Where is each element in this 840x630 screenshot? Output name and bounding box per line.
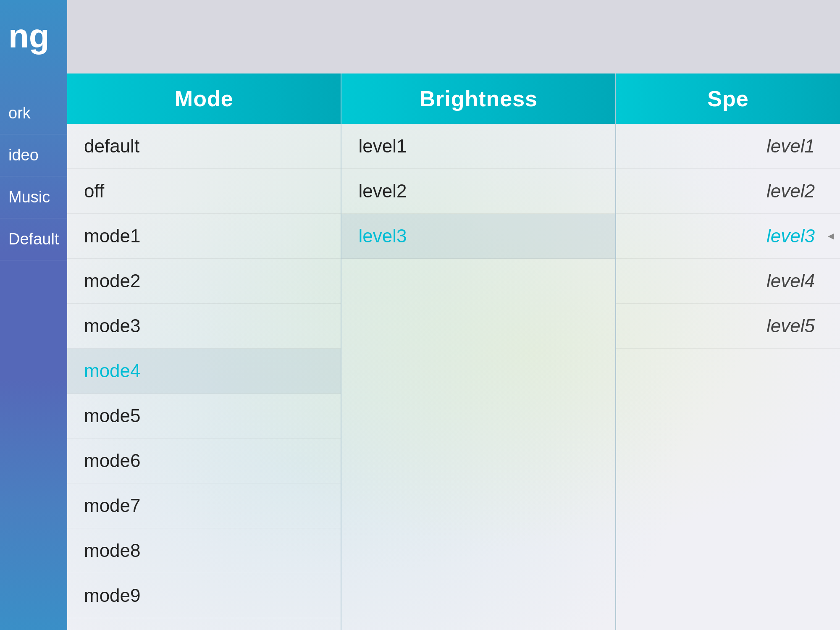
list-item[interactable]: level2 (341, 169, 615, 214)
partial-title: ng (8, 17, 50, 55)
column-speed: Spe level1 level2 level3 level4 level5 (616, 74, 840, 630)
list-item[interactable]: mode9 (67, 573, 341, 618)
speed-items: level1 level2 level3 level4 level5 (616, 124, 840, 630)
sidebar-item-video[interactable]: ideo (0, 134, 67, 176)
sidebar-items: ork ideo Music Default (0, 92, 67, 260)
main-content: Mode default off mode1 mode2 mode3 mode4… (67, 74, 840, 630)
list-item[interactable]: level3 (616, 214, 840, 259)
list-item[interactable]: mode5 (67, 394, 341, 438)
speed-header: Spe (616, 74, 840, 124)
list-item[interactable]: level5 (616, 304, 840, 349)
list-item[interactable]: level1 (616, 124, 840, 169)
column-mode: Mode default off mode1 mode2 mode3 mode4… (67, 74, 341, 630)
list-item[interactable]: mode3 (67, 304, 341, 349)
list-item[interactable]: level3 (341, 214, 615, 259)
list-item[interactable]: mode7 (67, 483, 341, 528)
list-item[interactable]: level1 (341, 124, 615, 169)
mode-header: Mode (67, 74, 341, 124)
list-item[interactable]: mode4 (67, 349, 341, 394)
sidebar: ork ideo Music Default (0, 0, 67, 630)
list-item[interactable]: mode8 (67, 528, 341, 573)
list-item[interactable]: level4 (616, 259, 840, 304)
top-bar (67, 0, 840, 74)
list-item[interactable]: default (67, 124, 341, 169)
table-container: Mode default off mode1 mode2 mode3 mode4… (67, 74, 840, 630)
list-item[interactable]: mode6 (67, 438, 341, 483)
list-item[interactable]: mode2 (67, 259, 341, 304)
column-brightness: Brightness level1 level2 level3 (341, 74, 616, 630)
list-item[interactable]: off (67, 169, 341, 214)
list-item[interactable]: mode1 (67, 214, 341, 259)
list-item[interactable]: mode10 (67, 618, 341, 630)
sidebar-item-music[interactable]: Music (0, 176, 67, 218)
list-item[interactable]: level2 (616, 169, 840, 214)
mode-items: default off mode1 mode2 mode3 mode4 mode… (67, 124, 341, 630)
brightness-items: level1 level2 level3 (341, 124, 615, 630)
sidebar-item-ork[interactable]: ork (0, 92, 67, 134)
brightness-header: Brightness (341, 74, 615, 124)
sidebar-item-default[interactable]: Default (0, 218, 67, 260)
